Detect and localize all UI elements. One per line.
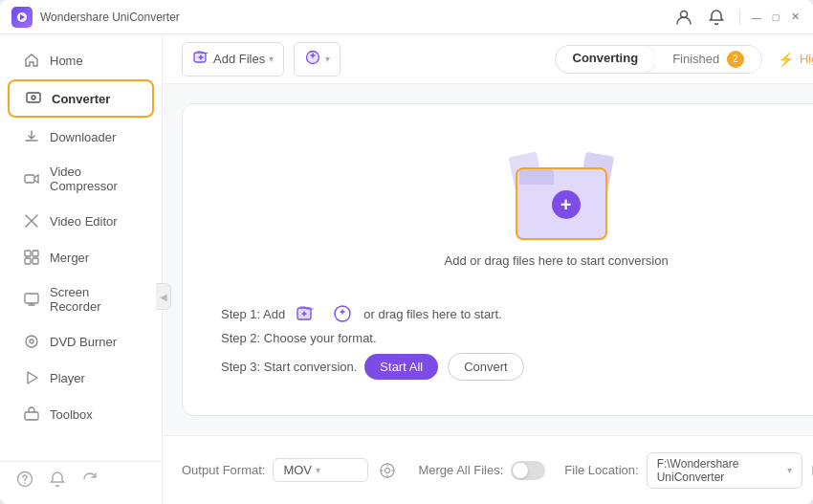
svg-rect-6	[25, 251, 31, 256]
player-icon	[23, 369, 40, 386]
sidebar-item-converter-label: Converter	[52, 92, 110, 106]
svg-point-4	[32, 96, 35, 99]
tab-converting-label: Converting	[573, 51, 639, 65]
collapse-sidebar-button[interactable]: ◀	[156, 283, 171, 310]
file-location-chevron: ▾	[787, 465, 792, 475]
merge-all-label: Merge All Files:	[418, 463, 503, 477]
file-location-select[interactable]: F:\Wondershare UniConverter ▾	[647, 452, 803, 489]
step-2-row: Step 2: Choose your format.	[221, 331, 813, 345]
step-1-or: or drag files here to start.	[363, 307, 502, 321]
svg-point-22	[385, 468, 390, 472]
tab-finished-label: Finished	[672, 51, 719, 65]
sidebar-item-video-compressor[interactable]: Video Compressor	[8, 156, 154, 202]
sidebar-item-toolbox[interactable]: Toolbox	[8, 397, 154, 431]
sidebar-item-player[interactable]: Player	[8, 361, 154, 395]
tab-converting[interactable]: Converting	[556, 46, 656, 73]
app-logo	[11, 7, 33, 28]
merge-all-field: Merge All Files:	[418, 461, 545, 480]
merge-all-toggle[interactable]	[511, 461, 545, 480]
drop-zone[interactable]: + Add or drag files here to start conver…	[182, 103, 813, 416]
drop-zone-main: + Add or drag files here to start conver…	[445, 123, 669, 289]
sidebar: Home Converter Downloader Video Compress…	[0, 34, 163, 504]
content-area: Add Files ▾ ▾	[163, 34, 813, 504]
downloader-icon	[23, 128, 40, 145]
sidebar-item-converter[interactable]: Converter	[8, 79, 154, 118]
sidebar-item-screen-recorder-label: Screen Recorder	[50, 285, 139, 314]
minimize-button[interactable]: —	[750, 11, 763, 24]
step-1-label: Step 1: Add	[221, 307, 285, 321]
sidebar-item-home-label: Home	[50, 54, 83, 68]
tab-group: Converting Finished 2	[555, 45, 762, 74]
add-files-button[interactable]: Add Files ▾	[182, 42, 284, 77]
tb-separator	[739, 10, 740, 25]
output-format-value: MOV	[283, 463, 312, 477]
finished-count-badge: 2	[727, 51, 744, 68]
sidebar-item-downloader[interactable]: Downloader	[8, 120, 154, 154]
sidebar-item-toolbox-label: Toolbox	[50, 407, 93, 422]
format-settings-icon[interactable]	[376, 459, 399, 482]
sidebar-item-video-editor-label: Video Editor	[50, 214, 118, 229]
output-format-label: Output Format:	[182, 463, 265, 477]
add-url-button[interactable]: ▾	[294, 42, 341, 77]
converter-icon	[25, 90, 42, 107]
sidebar-item-merger[interactable]: Merger	[8, 240, 154, 274]
svg-rect-8	[25, 258, 31, 264]
step-1-row: Step 1: Add	[221, 304, 813, 323]
add-files-chevron: ▾	[269, 54, 274, 64]
output-format-field: Output Format: MOV ▾	[182, 458, 399, 482]
maximize-button[interactable]: □	[769, 11, 782, 24]
file-location-field: File Location: F:\Wondershare UniConvert…	[564, 452, 813, 489]
svg-rect-3	[27, 93, 40, 102]
convert-button[interactable]: Convert	[448, 353, 524, 381]
sidebar-item-dvd-burner[interactable]: DVD Burner	[8, 324, 154, 359]
svg-rect-5	[25, 175, 34, 183]
drop-zone-steps: Step 1: Add	[202, 289, 813, 396]
bottom-bar: Output Format: MOV ▾ Merge All Fi	[163, 435, 813, 504]
add-file-inline-icon	[297, 305, 318, 322]
sidebar-item-merger-label: Merger	[50, 251, 89, 265]
top-bar-right: ⚡ High Speed Conversion	[778, 52, 813, 67]
close-button[interactable]: ✕	[788, 11, 802, 24]
sidebar-item-downloader-label: Downloader	[50, 130, 116, 144]
svg-rect-10	[25, 294, 38, 303]
screen-recorder-icon	[23, 291, 40, 308]
tab-finished[interactable]: Finished 2	[655, 46, 761, 73]
svg-point-12	[30, 340, 33, 343]
notifications-icon[interactable]	[48, 470, 67, 489]
add-url-chevron: ▾	[325, 54, 330, 64]
step-3-row: Step 3: Start conversion. Start All Conv…	[221, 353, 813, 381]
add-url-icon	[304, 49, 321, 70]
high-speed-label: High Speed Conversion	[800, 52, 813, 66]
sidebar-item-video-editor[interactable]: Video Editor	[8, 204, 154, 238]
file-location-label: File Location:	[564, 463, 638, 477]
sidebar-bottom	[0, 461, 162, 496]
step-3-actions: Start All Convert	[364, 353, 523, 381]
svg-rect-9	[33, 258, 38, 264]
step-2-label: Step 2: Choose your format.	[221, 331, 377, 345]
output-format-select[interactable]: MOV ▾	[273, 458, 368, 482]
toggle-thumb	[513, 463, 528, 478]
drop-folder-illustration: +	[504, 144, 609, 230]
toolbox-icon	[23, 405, 40, 423]
sidebar-item-screen-recorder[interactable]: Screen Recorder	[8, 276, 154, 322]
account-icon[interactable]	[670, 4, 697, 31]
video-compressor-icon	[23, 170, 40, 187]
lightning-icon: ⚡	[778, 52, 794, 67]
file-location-value: F:\Wondershare UniConverter	[657, 457, 784, 484]
bell-icon[interactable]	[703, 4, 730, 31]
title-bar-controls: — □ ✕	[670, 4, 802, 31]
format-select-chevron: ▾	[316, 465, 320, 475]
svg-marker-13	[28, 372, 37, 383]
video-editor-icon	[23, 212, 40, 230]
merge-all-toggle-wrap	[511, 461, 545, 480]
add-files-label: Add Files	[213, 52, 265, 66]
add-files-icon	[192, 49, 209, 70]
help-icon[interactable]	[15, 470, 34, 489]
start-all-button[interactable]: Start All	[364, 354, 438, 380]
sidebar-item-home[interactable]: Home	[8, 43, 154, 77]
refresh-icon[interactable]	[80, 470, 99, 489]
top-bar: Add Files ▾ ▾	[163, 34, 813, 84]
sidebar-item-dvd-burner-label: DVD Burner	[50, 335, 117, 349]
app-title: Wondershare UniConverter	[40, 11, 670, 24]
home-icon	[23, 52, 40, 69]
